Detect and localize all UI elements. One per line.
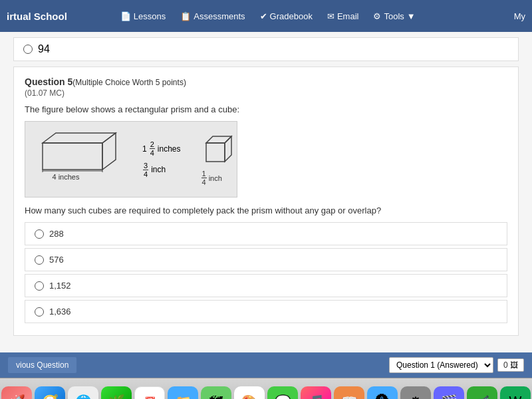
radio-1152[interactable] xyxy=(35,281,44,291)
question-select-wrap: Question 1 (Answered) 0 🖼 xyxy=(389,357,524,373)
nav-links: 📄 Lessons 📋 Assessments ✔ Gradebook ✉ Em… xyxy=(120,11,416,21)
question-dropdown[interactable]: Question 1 (Answered) xyxy=(389,357,493,373)
score-badge: 0 🖼 xyxy=(497,358,524,372)
dock-systemprefs[interactable]: ⚙ xyxy=(400,386,431,400)
nav-brand: irtual School xyxy=(7,11,67,22)
choice-288[interactable]: 288 xyxy=(25,222,507,245)
tools-icon: ⚙ xyxy=(373,11,381,21)
dock-finder[interactable]: 📁 xyxy=(168,386,198,400)
dock-facetime[interactable]: 🌿 xyxy=(101,386,132,400)
dock-appstore[interactable]: 🅐 xyxy=(367,386,398,400)
nav-assessments[interactable]: 📋 Assessments xyxy=(180,11,245,21)
dock-photos[interactable]: 🎨 xyxy=(234,386,265,400)
svg-marker-0 xyxy=(43,143,102,170)
nav-email[interactable]: ✉ Email xyxy=(327,11,359,21)
radio-1636[interactable] xyxy=(35,307,44,317)
dock-books[interactable]: 📖 xyxy=(334,386,364,400)
svg-marker-9 xyxy=(225,136,231,162)
dock-chrome[interactable]: 🌐 xyxy=(68,386,98,400)
dock-facetime2[interactable]: 📹 xyxy=(467,386,497,400)
dock-launchpad[interactable]: 🚀 xyxy=(1,386,32,400)
question5-block: Question 5(Multiple Choice Worth 5 point… xyxy=(13,66,519,336)
prism-labels: 1 2 4 inches 3 4 inch xyxy=(142,140,181,178)
dock-maps[interactable]: 🗺 xyxy=(201,386,231,400)
cube-drawing: 1 4 inch xyxy=(201,132,234,186)
nav-lessons[interactable]: 📄 Lessons xyxy=(120,11,166,21)
choice-1636[interactable]: 1,636 xyxy=(25,300,507,323)
macos-dock: 🔵 🚀 🧭 🌐 🌿 📅 📁 🗺 🎨 💬 🎵 📖 🅐 ⚙ 🎬 📹 W 🗑 xyxy=(0,378,532,399)
question-prompt: How many such cubes are required to comp… xyxy=(25,205,507,215)
previous-question-button[interactable]: vious Question xyxy=(8,357,76,373)
svg-marker-2 xyxy=(102,133,116,170)
nav-right: My xyxy=(514,11,525,21)
email-icon: ✉ xyxy=(327,11,334,21)
radio-partial[interactable] xyxy=(23,45,33,54)
prism-drawing: 4 inches xyxy=(36,130,122,189)
partial-answer-row[interactable]: 94 xyxy=(13,37,519,61)
radio-288[interactable] xyxy=(35,229,44,239)
width-label: 3 4 inch xyxy=(142,162,181,178)
dock-calendar[interactable]: 📅 xyxy=(134,386,165,400)
dock-messages[interactable]: 💬 xyxy=(267,386,298,400)
lessons-icon: 📄 xyxy=(120,11,131,21)
dock-music[interactable]: 🎵 xyxy=(301,386,331,400)
prism-svg: 4 inches xyxy=(36,130,122,186)
dock-safari[interactable]: 🧭 xyxy=(35,386,65,400)
partial-value: 94 xyxy=(38,43,50,55)
assessments-icon: 📋 xyxy=(180,11,191,21)
question-text: The figure below shows a rectangular pri… xyxy=(25,104,507,114)
nav-gradebook[interactable]: ✔ Gradebook xyxy=(260,11,313,21)
gradebook-icon: ✔ xyxy=(260,11,267,21)
choice-576[interactable]: 576 xyxy=(25,248,507,271)
question-sub: (01.07 MC) xyxy=(25,88,507,98)
dock-quicktime[interactable]: 🎬 xyxy=(434,386,464,400)
figure-area: 4 inches 1 2 4 inches 3 4 xyxy=(25,121,237,198)
radio-576[interactable] xyxy=(35,255,44,265)
svg-rect-7 xyxy=(206,143,225,162)
bottom-bar: vious Question Question 1 (Answered) 0 🖼 xyxy=(0,352,532,378)
navbar: irtual School 📄 Lessons 📋 Assessments ✔ … xyxy=(0,0,532,32)
svg-text:4 inches: 4 inches xyxy=(53,173,80,181)
answer-choices: 288 576 1,152 1,636 xyxy=(25,222,507,323)
choice-1152[interactable]: 1,152 xyxy=(25,274,507,297)
height-label: 1 2 4 inches xyxy=(142,140,181,157)
dock-word[interactable]: W xyxy=(500,386,531,400)
nav-tools[interactable]: ⚙ Tools ▼ xyxy=(373,11,415,21)
cube-svg xyxy=(201,132,234,166)
main-content: 94 Question 5(Multiple Choice Worth 5 po… xyxy=(0,32,532,352)
question-header: Question 5(Multiple Choice Worth 5 point… xyxy=(25,76,507,87)
